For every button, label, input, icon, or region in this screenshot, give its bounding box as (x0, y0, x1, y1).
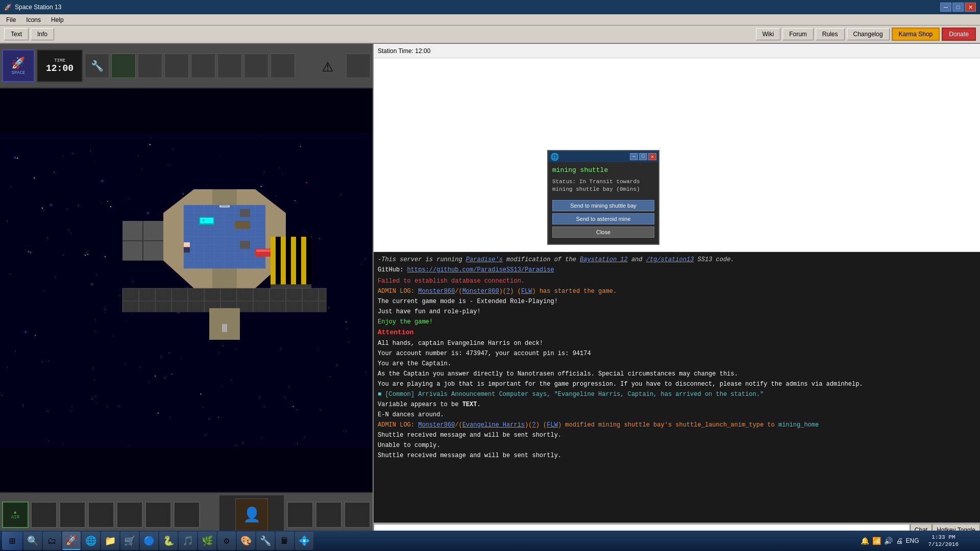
nav-karma-shop[interactable]: Karma Shop (892, 28, 940, 41)
taskbar-icon-explorer[interactable]: 📁 (101, 532, 119, 550)
systray-icon-1: 🔔 (861, 537, 869, 545)
dialog-close-button[interactable]: ✕ (648, 153, 656, 160)
taskbar-icon-taskview[interactable]: 🗂 (43, 532, 61, 550)
nav-rules[interactable]: Rules (816, 28, 845, 40)
station-visual (0, 89, 373, 492)
admin-monster860-link[interactable]: Monster860 (418, 288, 455, 295)
game-clock: TIME 12:00 (37, 49, 83, 82)
nav-donate[interactable]: Donate (942, 28, 976, 41)
window-title: Space Station 13 (15, 4, 61, 11)
close-window-button[interactable]: ✕ (965, 3, 976, 12)
baystation-link[interactable]: Baystation 12 (580, 256, 628, 263)
game-logo: 🚀 SPACE (2, 49, 35, 82)
chat-line-variable: Variable appears to be TEXT. (378, 400, 976, 409)
taskbar-icon-edge[interactable]: 🌐 (82, 532, 100, 550)
equip-slot-5 (145, 502, 172, 528)
dialog-status: Status: In Transit towards mining shuttl… (552, 178, 654, 194)
taskbar-icon-settings[interactable]: ⚙ (217, 532, 236, 550)
systray-icon-2: 📶 (872, 537, 881, 545)
toolbar-icon-row (111, 54, 309, 78)
maximize-button[interactable]: □ (952, 3, 964, 12)
game-viewport[interactable]: 🚀 SPACE TIME 12:00 🔧 ⚠️ (0, 44, 373, 537)
time-display: 12:00 (46, 63, 74, 73)
nav-changelog[interactable]: Changelog (847, 28, 890, 40)
station-canvas[interactable] (0, 134, 373, 447)
equip-slot-4 (116, 502, 143, 528)
mining-shuttle-dialog: 🌐 ─ □ ✕ mining shuttle Status: In Transi… (547, 150, 659, 245)
menu-file[interactable]: File (2, 15, 20, 24)
admin2-flw-link[interactable]: FLW (547, 421, 558, 429)
paradise-link[interactable]: Paradise's (466, 256, 503, 263)
titlebar: 🚀 Space Station 13 ─ □ ✕ (0, 0, 980, 14)
chat-line-admin-1: ADMIN LOG: Monster860/(Monster860)(?) (F… (378, 287, 976, 296)
toolbar-icon-1: 🔧 (85, 54, 109, 78)
chat-line-captain: You are the Captain. (378, 359, 976, 368)
chat-line-attention: Attention (378, 328, 976, 338)
taskbar-icon-music[interactable]: 🎵 (179, 532, 197, 550)
toolbar-slot-1 (111, 54, 136, 78)
taskbar-pinned-icons: 🔍 🗂 🚀 🌐 📁 🛒 🔵 🐍 🎵 🌿 ⚙ 🎨 🔧 🖩 💠 (23, 532, 313, 550)
taskbar-clock[interactable]: 1:33 PM 7/12/2016 (924, 533, 963, 549)
show-desktop-button[interactable] (964, 532, 978, 550)
admin2-evangeline-link[interactable]: Evangeline Harris (462, 421, 525, 429)
nav-text[interactable]: Text (4, 28, 29, 40)
taskbar-icon-source[interactable]: 🌿 (198, 532, 216, 550)
github-link[interactable]: https://github.com/ParadiseSS13/Paradise (407, 266, 554, 273)
admin2-value: mining_home (778, 421, 819, 429)
toolbar-slot-5 (217, 54, 242, 78)
dialog-title: mining shuttle (552, 166, 654, 174)
chat-line-enjoy: Enjoy the game! (378, 317, 976, 327)
titlebar-controls[interactable]: ─ □ ✕ (940, 3, 976, 12)
windows-taskbar[interactable]: ⊞ 🔍 🗂 🚀 🌐 📁 🛒 🔵 🐍 🎵 🌿 ⚙ 🎨 🔧 🖩 💠 🔔 📶 🔊 🖨 … (0, 531, 980, 551)
warning-icon: ⚠️ (311, 49, 344, 82)
chat-line-disconnect: You are playing a job that is important … (378, 380, 976, 389)
toolbar-slot-2 (138, 54, 162, 78)
chat-line-shuttle-2: Shuttle received message and will be sen… (378, 451, 976, 460)
chat-log[interactable]: -This server is running Paradise's modif… (374, 252, 980, 522)
close-dialog-button[interactable]: Close (552, 227, 654, 238)
start-button[interactable]: ⊞ (2, 532, 22, 550)
chat-line-gamemode: The current game mode is - Extended Role… (378, 297, 976, 306)
chat-line-unable: Unable to comply. (378, 441, 976, 450)
chat-line-dance: E-N dances around. (378, 410, 976, 419)
admin2-q-link[interactable]: ? (532, 421, 535, 429)
taskbar-icon-store[interactable]: 🛒 (120, 532, 139, 550)
nav-forum[interactable]: Forum (782, 28, 814, 40)
taskbar-icon-paint[interactable]: 🎨 (237, 532, 255, 550)
taskbar-icon-chrome[interactable]: 🔵 (140, 532, 158, 550)
taskbar-icon-python[interactable]: 🐍 (159, 532, 178, 550)
equip-slot-2 (59, 502, 86, 528)
minimize-button[interactable]: ─ (940, 3, 951, 12)
toolbar-slot-6 (244, 54, 268, 78)
tgstation-link[interactable]: /tg/station13 (646, 256, 694, 263)
taskbar-icon-calc[interactable]: 🖩 (276, 532, 294, 550)
menu-help[interactable]: Help (47, 15, 68, 24)
character-portrait: 👤 (218, 494, 285, 535)
dialog-maximize-button[interactable]: □ (639, 153, 647, 160)
systray-icon-5: ENG (906, 537, 919, 544)
dialog-content: mining shuttle Status: In Transit toward… (548, 162, 658, 244)
info-area: 🌐 ─ □ ✕ mining shuttle Status: In Transi… (374, 58, 980, 252)
dialog-controls[interactable]: ─ □ ✕ (630, 153, 656, 160)
admin2-monster860-link[interactable]: Monster860 (418, 421, 455, 429)
dialog-minimize-button[interactable]: ─ (630, 153, 638, 160)
chat-line-allhands: All hands, captain Evangeline Harris on … (378, 339, 976, 348)
menu-icons[interactable]: Icons (22, 15, 45, 24)
send-to-mining-shuttle-bay-button[interactable]: Send to mining shuttle bay (552, 200, 654, 211)
taskbar-icon-extra[interactable]: 💠 (295, 532, 313, 550)
chat-line-server: -This server is running Paradise's modif… (378, 255, 976, 264)
nav-info[interactable]: Info (31, 28, 54, 40)
admin-question-link[interactable]: ? (506, 288, 510, 295)
nav-wiki[interactable]: Wiki (756, 28, 781, 40)
chat-line-account: Your account number is: 473947, your acc… (378, 349, 976, 358)
admin-flw-link[interactable]: FLW (521, 288, 532, 295)
chat-line-shuttle-1: Shuttle received message and will be sen… (378, 431, 976, 440)
send-to-asteroid-mine-button[interactable]: Send to asteroid mine (552, 213, 654, 224)
taskbar-icon-search[interactable]: 🔍 (23, 532, 42, 550)
admin-monster860-name-link[interactable]: Monster860 (462, 288, 499, 295)
window-icon: 🚀 (4, 4, 12, 11)
equip-slot-6 (174, 502, 200, 528)
taskbar-icon-blender[interactable]: 🔧 (256, 532, 275, 550)
dialog-titlebar: 🌐 ─ □ ✕ (548, 151, 658, 162)
taskbar-icon-ss13[interactable]: 🚀 (62, 532, 81, 550)
